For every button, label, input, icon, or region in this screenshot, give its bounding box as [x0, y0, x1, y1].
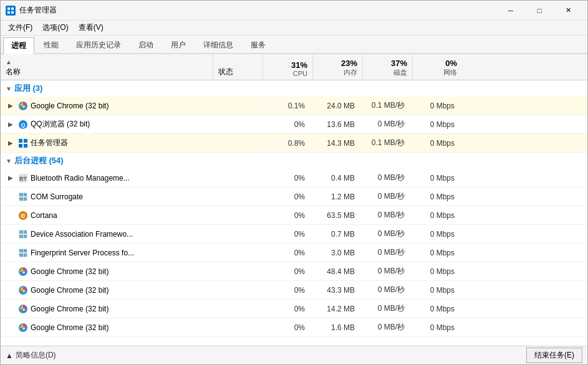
col-memory-pct: 23% — [341, 59, 357, 68]
col-memory-header[interactable]: 23% 内存 — [312, 54, 362, 80]
table-row[interactable]: Device Association Framewo... 0% 0.7 MB … — [1, 225, 587, 244]
svg-rect-16 — [24, 193, 27, 196]
proc-name-cell: Google Chrome (32 bit) — [1, 323, 213, 333]
maximize-button[interactable]: □ — [525, 1, 554, 21]
col-name-label: 名称 — [6, 67, 208, 77]
proc-disk: 0 MB/秒 — [362, 191, 412, 202]
close-button[interactable]: ✕ — [554, 1, 582, 21]
proc-icon — [18, 101, 28, 111]
table-row[interactable]: Fingerprint Server Process fo... 0% 3.0 … — [1, 244, 587, 262]
proc-disk: 0 MB/秒 — [362, 247, 412, 258]
table-row[interactable]: ▶ 任务管理器 0.8% 14.3 MB 0.1 MB/秒 0 Mbps — [1, 134, 587, 153]
scrollbar-placeholder — [462, 54, 471, 80]
table-row[interactable]: Google Chrome (32 bit) 0% 43.3 MB 0 MB/秒… — [1, 281, 587, 300]
proc-cpu: 0% — [263, 249, 312, 257]
svg-text:BT: BT — [19, 176, 27, 182]
proc-icon — [18, 323, 28, 333]
menu-file[interactable]: 文件(F) — [3, 21, 37, 34]
svg-rect-17 — [19, 197, 23, 201]
col-network-pct: 0% — [445, 59, 457, 68]
proc-memory: 1.6 MB — [312, 323, 362, 332]
group-name: 应用 (3) — [14, 83, 43, 94]
brief-info-button[interactable]: ▲ 简略信息(D) — [6, 350, 56, 361]
svg-rect-18 — [24, 197, 27, 201]
proc-icon — [18, 248, 28, 258]
proc-icon: C — [18, 211, 28, 220]
tab-startup[interactable]: 启动 — [130, 37, 161, 53]
col-name-header[interactable]: ▲ 名称 — [1, 54, 213, 80]
col-network-header[interactable]: 0% 网络 — [412, 54, 462, 80]
svg-rect-31 — [24, 254, 27, 257]
bottom-bar: ▲ 简略信息(D) 结束任务(E) — [1, 346, 587, 364]
proc-memory: 43.3 MB — [312, 286, 362, 295]
tab-services[interactable]: 服务 — [243, 37, 274, 53]
col-disk-header[interactable]: 37% 磁盘 — [362, 54, 412, 80]
proc-icon — [18, 285, 28, 295]
table-row[interactable]: ▶ Q QQ浏览器 (32 bit) 0% 13.6 MB 0 MB/秒 0 M… — [1, 115, 587, 134]
table-row[interactable]: ▶ Google Chrome (32 bit) 0.1% 24.0 MB 0.… — [1, 97, 587, 115]
proc-name-cell: ▶ Q QQ浏览器 (32 bit) — [1, 119, 213, 130]
proc-name: COM Surrogate — [31, 192, 83, 201]
svg-rect-1 — [11, 7, 14, 10]
proc-cpu: 0% — [263, 174, 312, 183]
minimize-button[interactable]: ─ — [496, 1, 525, 21]
menu-options[interactable]: 选项(O) — [37, 21, 73, 34]
col-cpu-header[interactable]: 31% CPU — [263, 54, 312, 80]
col-cpu-label: CPU — [293, 70, 307, 77]
tab-processes[interactable]: 进程 — [3, 37, 34, 54]
proc-network: 0 Mbps — [412, 120, 462, 129]
proc-name: Google Chrome (32 bit) — [31, 305, 108, 313]
proc-name-cell: ▶ Google Chrome (32 bit) — [1, 101, 213, 111]
menu-bar: 文件(F) 选项(O) 查看(V) — [1, 21, 587, 36]
proc-memory: 0.4 MB — [312, 174, 362, 183]
proc-network: 0 Mbps — [412, 174, 462, 183]
proc-memory: 14.2 MB — [312, 305, 362, 313]
app-icon — [6, 6, 16, 16]
group-header-1[interactable]: ▼后台进程 (54) — [1, 153, 587, 169]
end-task-button[interactable]: 结束任务(E) — [526, 348, 582, 363]
table-row[interactable]: COM Surrogate 0% 1.2 MB 0 MB/秒 0 Mbps — [1, 187, 587, 206]
tab-app-history[interactable]: 应用历史记录 — [68, 37, 129, 53]
expand-button[interactable]: ▶ — [6, 138, 16, 148]
tab-details[interactable]: 详细信息 — [195, 37, 241, 53]
svg-rect-11 — [24, 144, 27, 148]
proc-cpu: 0% — [263, 120, 312, 129]
table-row[interactable]: ▶ BT Bluetooth Radio Manageme... 0% 0.4 … — [1, 169, 587, 187]
svg-rect-10 — [19, 144, 22, 148]
col-status-header[interactable]: 状态 — [213, 54, 263, 80]
proc-disk: 0.1 MB/秒 — [362, 100, 412, 111]
proc-icon — [18, 304, 28, 314]
svg-rect-15 — [19, 193, 23, 196]
expand-button[interactable]: ▶ — [6, 173, 16, 183]
proc-name: Fingerprint Server Process fo... — [31, 249, 134, 257]
proc-name: 任务管理器 — [31, 138, 68, 148]
svg-rect-2 — [7, 11, 10, 14]
tab-performance[interactable]: 性能 — [36, 37, 67, 53]
table-row[interactable]: Google Chrome (32 bit) 0% 1.6 MB 0 MB/秒 … — [1, 318, 587, 337]
column-headers: ▲ 名称 状态 31% CPU 23% 内存 37% 磁盘 0% 网络 — [1, 54, 587, 80]
proc-disk: 0 MB/秒 — [362, 173, 412, 183]
menu-view[interactable]: 查看(V) — [74, 21, 108, 34]
proc-cpu: 0% — [263, 211, 312, 220]
proc-disk: 0 MB/秒 — [362, 285, 412, 295]
process-table[interactable]: ▼应用 (3) ▶ Google Chrome (32 bit) 0.1% 24… — [1, 80, 587, 346]
expand-button[interactable]: ▶ — [6, 120, 16, 130]
proc-name-cell: C Cortana — [1, 211, 213, 220]
table-row[interactable]: Google Chrome (32 bit) 0% 14.2 MB 0 MB/秒… — [1, 300, 587, 318]
proc-network: 0 Mbps — [412, 211, 462, 220]
proc-name-cell: Device Association Framewo... — [1, 229, 213, 239]
svg-rect-28 — [19, 249, 23, 252]
proc-name-cell: COM Surrogate — [1, 192, 213, 202]
group-header-0[interactable]: ▼应用 (3) — [1, 80, 587, 97]
expand-button[interactable]: ▶ — [6, 101, 16, 111]
proc-cpu: 0.8% — [263, 139, 312, 148]
table-row[interactable]: Google Chrome (32 bit) 0% 48.4 MB 0 MB/秒… — [1, 262, 587, 281]
table-row[interactable]: C Cortana 0% 63.5 MB 0 MB/秒 0 Mbps — [1, 206, 587, 225]
tab-users[interactable]: 用户 — [163, 37, 194, 53]
proc-name: QQ浏览器 (32 bit) — [31, 119, 90, 130]
proc-disk: 0.1 MB/秒 — [362, 138, 412, 148]
window-title: 任务管理器 — [19, 5, 496, 16]
svg-rect-30 — [19, 254, 23, 257]
title-bar: 任务管理器 ─ □ ✕ — [1, 1, 587, 21]
svg-rect-8 — [19, 139, 22, 143]
